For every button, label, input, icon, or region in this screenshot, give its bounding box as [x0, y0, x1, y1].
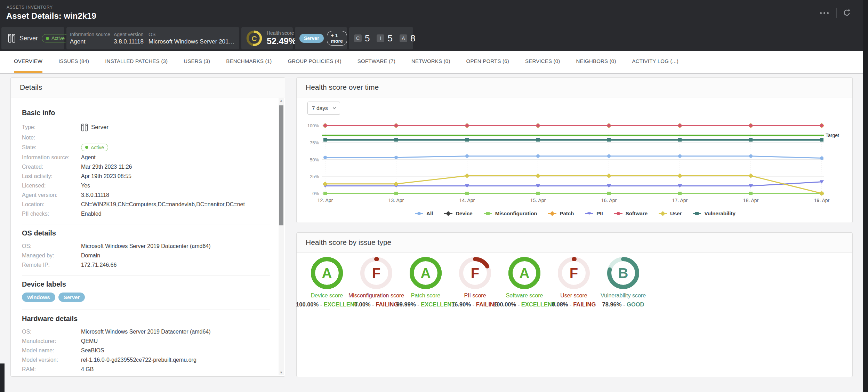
svg-text:A: A	[520, 265, 530, 281]
svg-text:75%: 75%	[310, 140, 319, 145]
detail-row-os: OS:Microsoft Windows Server 2019 Datacen…	[22, 327, 270, 336]
svg-text:100%: 100%	[307, 123, 319, 128]
more-actions-icon[interactable]	[818, 10, 831, 16]
asset-info-card: Information sourceAgent Agent version3.8…	[66, 27, 239, 49]
grade-ring-icon: F	[558, 257, 590, 289]
detail-row-information-source: Information source:Agent	[22, 153, 270, 162]
detail-row-managed-by: Managed by:Domain	[22, 251, 270, 260]
issue-type-title: Health score by issue type	[297, 233, 852, 253]
details-section-basic-info: Basic infoType:ServerNote:State:ActiveIn…	[22, 104, 270, 218]
score-value: 100.00% - EXCELLENT	[296, 301, 358, 308]
score-ring-device-score: A Device score 100.00% - EXCELLENT	[302, 257, 352, 308]
grade-ring-icon: F	[360, 257, 392, 289]
grade-ring-icon: A	[410, 257, 442, 289]
grade-ring-icon: A	[508, 257, 540, 289]
details-section-hardware-details: Hardware detailsOS:Microsoft Windows Ser…	[22, 310, 270, 376]
score-name: User score	[560, 293, 587, 299]
tag-more-button[interactable]: + 1 more	[327, 31, 347, 46]
score-name: Patch score	[411, 293, 440, 299]
tab-open-ports-6[interactable]: OPEN PORTS (6)	[466, 51, 509, 73]
health-score-card: C Health score 52.49%	[241, 27, 293, 49]
tab-services-0[interactable]: SERVICES (0)	[525, 51, 560, 73]
legend-item-all[interactable]: All	[414, 210, 433, 216]
health-score-value: 52.49%	[267, 36, 296, 46]
svg-text:Target: Target	[826, 133, 839, 138]
tab-group-policies-4[interactable]: GROUP POLICIES (4)	[288, 51, 341, 73]
scroll-down-icon[interactable]: ▼	[279, 370, 284, 375]
score-value: 99.99% - EXCELLENT	[396, 301, 455, 308]
legend-marker-icon	[658, 211, 668, 216]
tab-software-7[interactable]: SOFTWARE (7)	[357, 51, 395, 73]
detail-row-remote-ip: Remote IP:172.71.246.66	[22, 260, 270, 270]
tab-bar: OVERVIEWISSUES (84)INSTALLED PATCHES (3)…	[0, 51, 863, 73]
legend-marker-icon	[584, 211, 594, 216]
legend-item-misconfiguration[interactable]: Misconfiguration	[483, 210, 537, 216]
svg-text:A: A	[421, 265, 431, 281]
window-scrollbar-strip[interactable]	[863, 0, 868, 392]
refresh-icon[interactable]	[842, 8, 851, 17]
chevron-down-icon	[332, 107, 336, 110]
tab-networks-0[interactable]: NETWORKS (0)	[411, 51, 450, 73]
svg-text:B: B	[618, 265, 628, 281]
tags-card: Server + 1 more	[295, 27, 347, 49]
severity-count-i: I5	[377, 33, 392, 44]
section-heading: Basic info	[22, 109, 270, 117]
tab-neighbors-0[interactable]: NEIGHBORS (0)	[576, 51, 616, 73]
legend-item-vulnerability[interactable]: Vulnerability	[692, 210, 735, 216]
severity-counts-card: C5 I5 A8	[349, 27, 413, 49]
legend-item-device[interactable]: Device	[443, 210, 472, 216]
details-panel: Details Basic infoType:ServerNote:State:…	[10, 77, 285, 377]
health-grade-ring: C	[246, 30, 263, 47]
tab-benchmarks-1[interactable]: BENCHMARKS (1)	[226, 51, 272, 73]
scroll-up-icon[interactable]: ▲	[279, 98, 284, 103]
details-panel-title: Details	[11, 78, 285, 97]
active-dot-icon	[46, 37, 49, 40]
score-ring-user-score: F User score 0.08% - FAILING	[549, 257, 598, 308]
chart-legend: All Device Misconfiguration Patch PII So…	[297, 210, 853, 216]
score-ring-patch-score: A Patch score 99.99% - EXCELLENT	[401, 257, 450, 308]
svg-text:F: F	[570, 265, 578, 281]
tab-installed-patches-3[interactable]: INSTALLED PATCHES (3)	[105, 51, 168, 73]
tab-users-3[interactable]: USERS (3)	[184, 51, 210, 73]
tab-overview[interactable]: OVERVIEW	[14, 51, 42, 73]
window-edge-left	[0, 363, 5, 392]
asset-type-label: Server	[19, 35, 38, 42]
legend-item-user[interactable]: User	[658, 210, 682, 216]
svg-text:13. Apr: 13. Apr	[388, 198, 404, 203]
severity-count-c: C5	[354, 33, 370, 44]
summary-field-information-source: Information sourceAgent	[70, 32, 114, 45]
tab-activity-log[interactable]: ACTIVITY LOG (...)	[632, 51, 678, 73]
health-over-time-panel: Health score over time 7 days 0%25%50%75…	[296, 77, 853, 223]
svg-text:C: C	[251, 34, 257, 42]
scrollbar-thumb[interactable]	[279, 105, 283, 225]
summary-field-agent-version: Agent version3.8.0.11118	[114, 32, 148, 45]
svg-text:16. Apr: 16. Apr	[601, 198, 617, 203]
score-name: Vulnerability score	[601, 293, 646, 299]
score-name: PII score	[464, 293, 486, 299]
legend-marker-icon	[414, 211, 424, 216]
tab-issues-84[interactable]: ISSUES (84)	[58, 51, 89, 73]
svg-text:25%: 25%	[310, 174, 319, 179]
score-value: 0.08% - FAILING	[552, 301, 596, 308]
legend-item-patch[interactable]: Patch	[547, 210, 574, 216]
legend-item-pii[interactable]: PII	[584, 210, 603, 216]
health-over-time-title: Health score over time	[297, 78, 852, 97]
page-title: Asset Details: win2k19	[6, 11, 96, 21]
detail-row-ram: RAM:4 GB	[22, 365, 270, 374]
legend-marker-icon	[483, 211, 493, 216]
time-range-select[interactable]: 7 days	[307, 102, 340, 115]
legend-item-software[interactable]: Software	[613, 210, 648, 216]
asset-type-card: Server Active	[1, 27, 64, 49]
score-rings-row: A Device score 100.00% - EXCELLENT F Mis…	[302, 257, 648, 308]
grade-ring-icon: A	[311, 257, 343, 289]
detail-row-os: OS:Microsoft Windows Server 2019 Datacen…	[22, 241, 270, 251]
detail-row-pii-checks: PII checks:Enabled	[22, 209, 270, 218]
svg-text:0%: 0%	[312, 191, 319, 196]
details-section-os-details: OS detailsOS:Microsoft Windows Server 20…	[22, 224, 270, 270]
severity-count-a: A8	[400, 33, 415, 44]
grade-ring-icon: B	[607, 257, 639, 289]
details-body: Basic infoType:ServerNote:State:ActiveIn…	[11, 97, 277, 376]
score-ring-software-score: A Software score 100.00% - EXCELLENT	[500, 257, 549, 308]
details-scrollbar[interactable]: ▲ ▼	[279, 98, 284, 375]
page-header: ASSETS INVENTORY Asset Details: win2k19 …	[0, 0, 863, 51]
